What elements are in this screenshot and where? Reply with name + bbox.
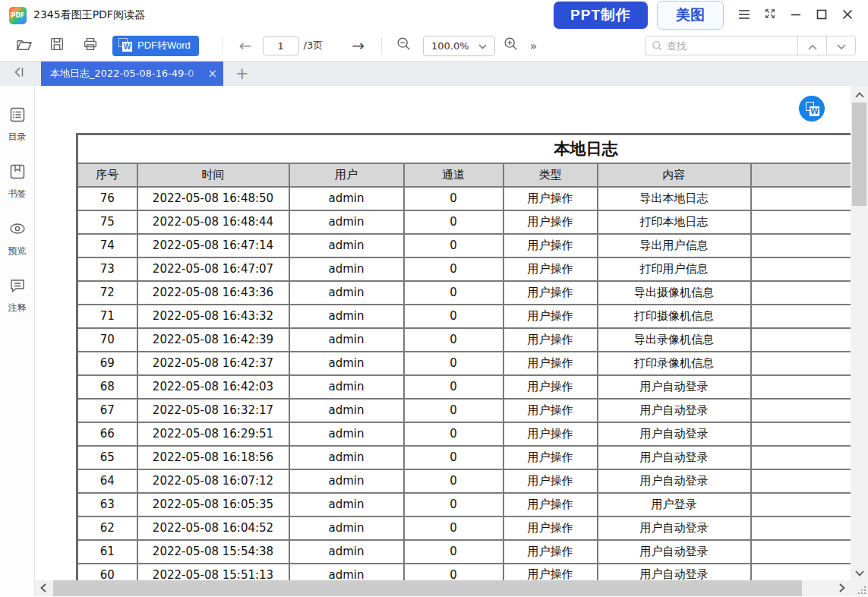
maximize-button[interactable] — [809, 4, 835, 27]
table-cell — [751, 328, 851, 352]
document-tab[interactable]: 本地日志_2022-05-08-16-49-0 × — [41, 62, 223, 86]
zoom-out-button[interactable] — [393, 34, 415, 57]
table-cell: 70 — [77, 328, 137, 352]
table-row: 672022-05-08 16:32:17admin0用户操作用户自动登录 — [77, 399, 851, 422]
table-cell: 74 — [77, 234, 137, 257]
table-cell: admin — [289, 516, 404, 540]
table-cell: 2022-05-08 16:42:39 — [137, 328, 289, 352]
main-menu-button[interactable] — [731, 4, 757, 27]
table-cell: admin — [289, 257, 404, 281]
table-cell: 0 — [404, 469, 503, 493]
table-cell: 68 — [77, 375, 137, 399]
table-cell — [751, 210, 851, 234]
pdf-to-word-button[interactable]: W PDF转Word — [112, 36, 199, 56]
zoom-in-button[interactable] — [500, 34, 522, 57]
table-cell: 打印录像机信息 — [598, 352, 751, 375]
next-page-button[interactable]: → — [352, 38, 365, 53]
table-row: 722022-05-08 16:43:36admin0用户操作导出摄像机信息 — [77, 281, 851, 305]
table-cell: 0 — [404, 493, 503, 516]
table-cell: 打印用户信息 — [598, 257, 751, 281]
chevron-right-icon — [839, 581, 845, 595]
save-button[interactable] — [46, 34, 68, 57]
meitu-button[interactable]: 美图 — [657, 1, 724, 30]
magnifier-plus-icon — [503, 36, 519, 55]
table-cell — [751, 352, 851, 375]
header-cell: 内容 — [598, 163, 751, 187]
sidebar-item-preview[interactable]: 预览 — [8, 220, 27, 257]
table-cell: 用户操作 — [503, 281, 598, 305]
zoom-level-dropdown[interactable]: 100.0% — [423, 36, 495, 56]
table-cell — [751, 469, 851, 493]
scroll-left-button[interactable] — [35, 580, 52, 596]
horizontal-scroll-thumb[interactable] — [53, 580, 802, 596]
vertical-scrollbar[interactable] — [851, 86, 868, 580]
sidebar-item-label: 注释 — [8, 302, 27, 314]
sidebar-item-label: 目录 — [8, 131, 27, 144]
table-cell: 用户操作 — [503, 328, 598, 352]
table-cell: 0 — [404, 540, 503, 564]
save-icon — [49, 36, 65, 55]
expand-icon — [764, 8, 776, 23]
page-total-label: /3页 — [304, 39, 324, 52]
titlebar: PDF 2345看图王PDF阅读器 PPT制作 美图 — [0, 0, 868, 30]
close-button[interactable] — [835, 4, 860, 27]
table-title: 本地日志 — [77, 134, 851, 163]
tab-bar: 本地日志_2022-05-08-16-49-0 × + — [0, 62, 868, 86]
vertical-scroll-thumb[interactable] — [852, 103, 866, 206]
eye-icon — [8, 220, 27, 241]
sidebar-item-toc[interactable]: 目录 — [8, 106, 27, 144]
divider — [381, 37, 382, 54]
scroll-down-button[interactable] — [851, 564, 868, 580]
scroll-up-button[interactable] — [851, 86, 868, 102]
table-cell: 0 — [404, 422, 503, 446]
toolbar: W PDF转Word ← /3页 → 100.0% » — [0, 30, 868, 62]
header-cell: 时间 — [137, 163, 289, 187]
find-next-button[interactable] — [827, 36, 855, 55]
sidebar-item-bookmarks[interactable]: 书签 — [8, 163, 27, 201]
table-row: 652022-05-08 16:18:56admin0用户操作用户自动登录 — [77, 446, 851, 469]
tab-close-icon[interactable]: × — [207, 67, 217, 81]
new-tab-button[interactable]: + — [235, 66, 249, 82]
table-cell: 2022-05-08 16:05:35 — [137, 493, 289, 516]
sidebar-item-comments[interactable]: 注释 — [8, 276, 27, 314]
comment-icon — [8, 276, 27, 298]
open-file-button[interactable] — [12, 34, 35, 57]
table-row: 762022-05-08 16:48:50admin0用户操作导出本地日志 — [77, 187, 851, 210]
collapse-panel-button[interactable] — [9, 64, 29, 84]
table-cell: admin — [289, 187, 404, 210]
find-previous-button[interactable] — [798, 36, 826, 55]
table-cell: 用户操作 — [503, 516, 598, 540]
scroll-right-button[interactable] — [834, 580, 851, 596]
table-cell: admin — [289, 375, 404, 399]
resize-grip[interactable] — [851, 580, 868, 596]
table-cell: 导出摄像机信息 — [598, 281, 751, 305]
table-row: 712022-05-08 16:43:32admin0用户操作打印摄像机信息 — [77, 305, 851, 328]
table-cell — [751, 422, 851, 446]
table-row: 732022-05-08 16:47:07admin0用户操作打印用户信息 — [77, 257, 851, 281]
table-cell: 2022-05-08 16:18:56 — [137, 446, 289, 469]
search-group — [645, 36, 856, 55]
header-cell: 类型 — [503, 163, 598, 187]
main-area: 目录 书签 预览 注释 W — [0, 86, 868, 596]
print-button[interactable] — [79, 34, 102, 57]
table-row: 662022-05-08 16:29:51admin0用户操作用户自动登录 — [77, 422, 851, 446]
horizontal-scrollbar[interactable] — [35, 580, 851, 596]
header-cell: 序号 — [77, 163, 137, 187]
table-cell: 75 — [77, 210, 137, 234]
more-tools-button[interactable]: » — [530, 39, 538, 53]
fullscreen-button[interactable] — [757, 4, 783, 27]
table-cell: admin — [289, 399, 404, 422]
page-number-input[interactable] — [263, 36, 299, 55]
table-cell: 用户操作 — [503, 234, 598, 257]
ppt-make-button[interactable]: PPT制作 — [554, 2, 648, 29]
table-row: 742022-05-08 16:47:14admin0用户操作导出用户信息 — [77, 234, 851, 257]
table-cell: 用户自动登录 — [598, 375, 751, 399]
search-input[interactable] — [667, 40, 797, 52]
previous-page-button[interactable]: ← — [239, 38, 252, 53]
pdf-to-word-float-button[interactable]: W — [799, 96, 825, 122]
table-cell: 导出用户信息 — [598, 234, 751, 257]
table-cell: 69 — [77, 352, 137, 375]
minimize-button[interactable] — [783, 4, 809, 27]
table-cell: 用户操作 — [503, 257, 598, 281]
table-cell — [751, 375, 851, 399]
